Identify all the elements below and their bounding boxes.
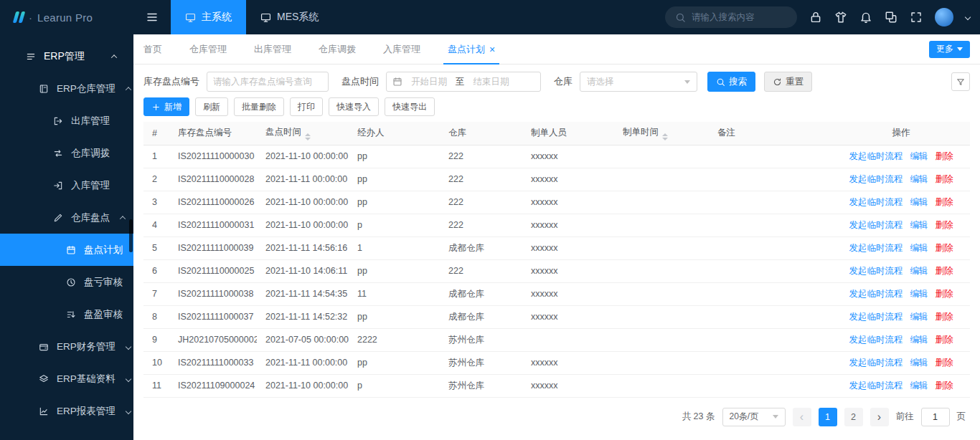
add-button[interactable]: 新增: [143, 97, 189, 116]
end-date-placeholder[interactable]: 结束日期: [473, 76, 509, 88]
start-date-placeholder[interactable]: 开始日期: [411, 76, 447, 88]
sidebar-item-2[interactable]: 出库管理: [0, 105, 133, 137]
cell: 6: [143, 259, 169, 282]
sidebar-item-0[interactable]: ERP管理: [0, 40, 133, 72]
sort-icon[interactable]: [305, 133, 311, 140]
lock-icon[interactable]: [809, 11, 822, 24]
date-range-picker[interactable]: 开始日期 至 结束日期: [386, 72, 541, 92]
bell-icon[interactable]: [859, 11, 872, 24]
delete-link[interactable]: 删除: [936, 312, 953, 322]
cell: 2021-11-11 14:54:35: [257, 282, 349, 305]
prev-page-button[interactable]: ‹: [793, 408, 811, 426]
edit-link[interactable]: 编辑: [910, 335, 928, 345]
logo-text: Learun Pro: [37, 11, 93, 24]
start-temp-flow-link[interactable]: 发起临时流程: [849, 289, 903, 299]
start-temp-flow-link[interactable]: 发起临时流程: [849, 151, 903, 161]
page-tab-4[interactable]: 入库管理: [383, 34, 420, 64]
sort-icon[interactable]: [662, 133, 668, 140]
page-button-1[interactable]: 1: [819, 408, 837, 426]
delete-link[interactable]: 删除: [936, 220, 953, 230]
start-temp-flow-link[interactable]: 发起临时流程: [849, 335, 903, 345]
start-temp-flow-link[interactable]: 发起临时流程: [849, 381, 903, 391]
sidebar-item-10[interactable]: ERP基础资料: [0, 363, 133, 395]
tab-mes-system[interactable]: MES系统: [246, 0, 333, 34]
cell: 1: [349, 236, 440, 259]
date-separator: 至: [456, 76, 465, 88]
global-search-input[interactable]: [692, 12, 785, 22]
page-button-2[interactable]: 2: [844, 408, 863, 426]
delete-link[interactable]: 删除: [936, 174, 953, 184]
row-actions: 发起临时流程编辑删除: [832, 374, 970, 397]
sidebar-item-7[interactable]: 盘亏审核: [0, 266, 133, 298]
column-header-6[interactable]: 制单时间: [614, 122, 709, 145]
sidebar-item-3[interactable]: 仓库调拨: [0, 137, 133, 169]
page-tab-0[interactable]: 首页: [143, 34, 162, 64]
edit-link[interactable]: 编辑: [910, 312, 928, 322]
edit-link[interactable]: 编辑: [910, 381, 928, 391]
sidebar-item-1[interactable]: ERP仓库管理: [0, 72, 133, 105]
quick-import-button[interactable]: 快速导入: [329, 97, 379, 116]
menu-toggle-button[interactable]: [133, 0, 171, 34]
edit-link[interactable]: 编辑: [910, 266, 928, 276]
start-temp-flow-link[interactable]: 发起临时流程: [849, 174, 903, 184]
global-search[interactable]: [665, 6, 797, 28]
sidebar-item-4[interactable]: 入库管理: [0, 169, 133, 201]
avatar[interactable]: [935, 8, 953, 27]
delete-link[interactable]: 删除: [936, 358, 953, 368]
delete-link[interactable]: 删除: [936, 151, 953, 161]
edit-link[interactable]: 编辑: [910, 289, 928, 299]
start-temp-flow-link[interactable]: 发起临时流程: [849, 220, 903, 230]
delete-link[interactable]: 删除: [936, 289, 953, 299]
warehouse-label: 仓库: [554, 75, 573, 88]
refresh-button[interactable]: 刷新: [195, 97, 228, 116]
filter-collapse-button[interactable]: [951, 72, 970, 91]
sidebar-item-5[interactable]: 仓库盘点: [0, 201, 133, 234]
sidebar-item-11[interactable]: ERP报表管理: [0, 395, 133, 427]
close-icon[interactable]: ×: [489, 44, 495, 54]
page-tab-5[interactable]: 盘点计划×: [448, 34, 495, 64]
start-temp-flow-link[interactable]: 发起临时流程: [849, 197, 903, 207]
sidebar-item-9[interactable]: ERP财务管理: [0, 330, 133, 363]
edit-link[interactable]: 编辑: [910, 151, 928, 161]
search-button[interactable]: 搜索: [707, 72, 755, 92]
sidebar-scrollbar-thumb[interactable]: [129, 219, 133, 252]
batch-delete-button[interactable]: 批量删除: [234, 97, 284, 116]
delete-link[interactable]: 删除: [936, 381, 953, 391]
screenshot-icon[interactable]: [885, 11, 897, 24]
delete-link[interactable]: 删除: [936, 335, 953, 345]
reset-button[interactable]: 重置: [764, 72, 812, 92]
theme-skin-icon[interactable]: [834, 11, 847, 24]
column-header-2[interactable]: 盘点时间: [257, 122, 349, 145]
next-page-button[interactable]: ›: [870, 408, 889, 426]
tab-main-system[interactable]: 主系统: [171, 0, 246, 34]
warehouse-select[interactable]: 请选择: [580, 72, 697, 92]
sidebar-item-8[interactable]: 盘盈审核: [0, 298, 133, 330]
transfer-icon: [53, 148, 63, 158]
stocktake-no-input[interactable]: [207, 72, 329, 92]
table-header-row: #库存盘点编号盘点时间经办人仓库制单人员制单时间备注操作: [143, 122, 970, 145]
edit-link[interactable]: 编辑: [910, 220, 928, 230]
page-size-select[interactable]: 20条/页: [722, 408, 786, 426]
delete-link[interactable]: 删除: [936, 266, 953, 276]
row-actions: 发起临时流程编辑删除: [832, 351, 970, 374]
chevron-down-icon[interactable]: [965, 14, 971, 20]
edit-link[interactable]: 编辑: [910, 174, 928, 184]
delete-link[interactable]: 删除: [936, 243, 953, 253]
quick-export-button[interactable]: 快速导出: [385, 97, 435, 116]
page-tab-3[interactable]: 仓库调拨: [319, 34, 356, 64]
start-temp-flow-link[interactable]: 发起临时流程: [849, 358, 903, 368]
print-button[interactable]: 打印: [290, 97, 323, 116]
delete-link[interactable]: 删除: [936, 197, 953, 207]
goto-page-input[interactable]: [921, 408, 950, 426]
edit-link[interactable]: 编辑: [910, 197, 928, 207]
start-temp-flow-link[interactable]: 发起临时流程: [849, 266, 903, 276]
edit-link[interactable]: 编辑: [910, 358, 928, 368]
edit-link[interactable]: 编辑: [910, 243, 928, 253]
more-button[interactable]: 更多: [929, 41, 970, 58]
page-tab-1[interactable]: 仓库管理: [189, 34, 227, 64]
start-temp-flow-link[interactable]: 发起临时流程: [849, 312, 903, 322]
start-temp-flow-link[interactable]: 发起临时流程: [849, 243, 903, 253]
page-tab-2[interactable]: 出库管理: [254, 34, 291, 64]
sidebar-item-6[interactable]: 盘点计划: [0, 234, 133, 266]
fullscreen-icon[interactable]: [910, 11, 923, 24]
